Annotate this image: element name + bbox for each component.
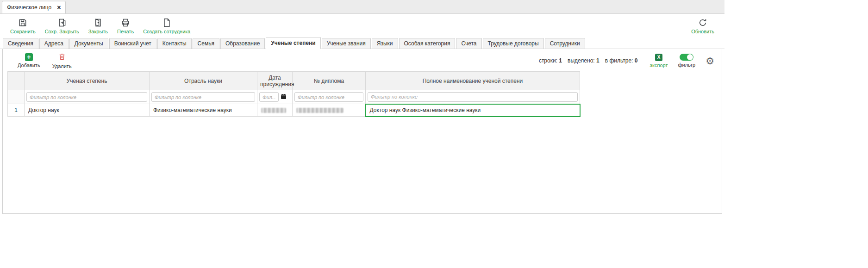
diploma-no-cell[interactable] — [293, 104, 366, 117]
column-header-full-name[interactable]: Полное наименование ученой степени — [366, 72, 580, 90]
selected-count: выделено: 1 — [568, 57, 599, 64]
close-button[interactable]: Закрыть — [88, 18, 108, 34]
filter-cell-diploma-no — [293, 90, 366, 104]
row-number-column-header — [8, 72, 25, 90]
filter-toggle-label: фильтр — [678, 62, 696, 68]
close-document-icon — [94, 18, 103, 28]
tab-voinskiy-uchet[interactable]: Воинский учет — [109, 38, 156, 49]
create-employee-button-label: Создать сотрудника — [143, 29, 190, 34]
filter-cell-degree — [25, 90, 150, 104]
filter-cell-science-field — [150, 90, 257, 104]
selected-count-value: 1 — [596, 57, 599, 64]
tab-trudovye-dogovory[interactable]: Трудовые договоры — [483, 38, 544, 49]
delete-row-button[interactable]: Удалить — [52, 53, 72, 69]
in-filter-count: в фильтре: 0 — [605, 57, 638, 64]
tab-scheta[interactable]: Счета — [456, 38, 481, 49]
add-row-button-label: Добавить — [18, 62, 40, 68]
trash-icon — [58, 53, 66, 62]
full-name-cell[interactable]: Доктор наук Физико-математические науки — [366, 104, 580, 117]
filter-cell-full-name — [366, 90, 580, 104]
save-button-label: Сохранить — [10, 29, 36, 34]
save-button[interactable]: Сохранить — [10, 18, 36, 34]
add-icon: + — [25, 53, 33, 61]
tab-sotrudniki[interactable]: Сотрудники — [545, 38, 585, 49]
save-close-button-label: Сохр. Закрыть — [45, 29, 79, 34]
award-date-cell[interactable] — [257, 104, 293, 117]
in-filter-count-label: в фильтре: — [605, 57, 633, 64]
tab-dokumenty[interactable]: Документы — [69, 38, 108, 49]
add-row-button[interactable]: + Добавить — [18, 53, 40, 68]
refresh-button-label: Обновить — [691, 29, 714, 34]
redacted-diploma-no — [296, 108, 343, 113]
column-header-award-date[interactable]: Дата присуждения — [257, 72, 293, 90]
rows-count: строки: 1 — [539, 57, 562, 64]
filter-cell-number — [8, 90, 25, 104]
close-button-label: Закрыть — [88, 29, 108, 34]
print-button[interactable]: Печать — [117, 18, 134, 34]
new-document-icon — [162, 18, 171, 28]
app-window: Физическое лицо × Сохранить Сохр. Закрыт… — [0, 0, 724, 268]
degrees-table: Ученая степень Отрасль науки Дата присуж… — [7, 71, 581, 117]
printer-icon — [121, 18, 130, 28]
redacted-award-date — [261, 108, 286, 113]
grid-stats: строки: 1 выделено: 1 в фильтре: 0 — [539, 57, 638, 64]
document-tabbar: Физическое лицо × — [0, 0, 724, 14]
filter-toggle-wrap: фильтр — [678, 54, 696, 68]
export-excel-button-label: экспорт — [649, 62, 668, 68]
table-row[interactable]: 1 Доктор наук Физико-математические наук… — [8, 104, 580, 117]
tab-obrazovanie[interactable]: Образование — [220, 38, 265, 49]
tab-uchenye-zvaniya[interactable]: Ученые звания — [322, 38, 371, 49]
diploma-no-filter-input[interactable] — [294, 92, 363, 102]
selected-count-label: выделено: — [568, 57, 595, 64]
degree-cell[interactable]: Доктор наук — [25, 104, 150, 117]
save-icon — [18, 18, 27, 28]
degree-filter-input[interactable] — [26, 92, 147, 102]
refresh-icon — [698, 18, 707, 28]
filter-toggle[interactable] — [680, 54, 693, 61]
tab-svedeniya[interactable]: Сведения — [3, 38, 38, 49]
science-field-cell[interactable]: Физико-математические науки — [150, 104, 257, 117]
rows-count-value: 1 — [559, 57, 562, 64]
award-date-filter-input[interactable] — [259, 92, 279, 102]
table-filter-row — [8, 90, 580, 104]
calendar-icon[interactable] — [281, 93, 287, 101]
main-toolbar: Сохранить Сохр. Закрыть Закрыть — [0, 14, 724, 37]
close-tab-icon[interactable]: × — [57, 4, 61, 11]
tab-osobaya-kategoriya[interactable]: Особая категория — [399, 38, 456, 49]
science-field-filter-input[interactable] — [151, 92, 255, 102]
tab-kontakty[interactable]: Контакты — [157, 38, 192, 49]
create-employee-button[interactable]: Создать сотрудника — [143, 18, 190, 34]
delete-row-button-label: Удалить — [52, 63, 72, 69]
tab-adresa[interactable]: Адреса — [39, 38, 69, 49]
excel-export-icon: X — [655, 54, 662, 61]
filter-toggle-knob — [687, 54, 693, 60]
export-excel-button[interactable]: X экспорт — [649, 54, 668, 68]
section-tabs: Сведения Адреса Документы Воинский учет … — [0, 37, 724, 49]
print-button-label: Печать — [117, 29, 134, 34]
document-tab-title: Физическое лицо — [7, 4, 51, 11]
tab-semya[interactable]: Семья — [193, 38, 219, 49]
grid-toolbar: + Добавить Удалить строки: 1 выделено — [6, 50, 718, 71]
table-header-row: Ученая степень Отрасль науки Дата присуж… — [8, 72, 580, 90]
gear-icon[interactable]: ⚙ — [706, 56, 714, 66]
filter-cell-award-date — [257, 90, 293, 104]
refresh-button[interactable]: Обновить — [691, 18, 714, 34]
column-header-diploma-no[interactable]: № диплома — [293, 72, 366, 90]
column-header-degree[interactable]: Ученая степень — [25, 72, 150, 90]
row-number-cell: 1 — [8, 104, 25, 117]
document-tab-fizicheskoe-lico[interactable]: Физическое лицо × — [2, 1, 66, 13]
in-filter-count-value: 0 — [635, 57, 638, 64]
tab-uchenye-stepeni[interactable]: Ученые степени — [266, 37, 320, 49]
rows-count-label: строки: — [539, 57, 557, 64]
tab-yazyki[interactable]: Языки — [372, 38, 398, 49]
content-panel: + Добавить Удалить строки: 1 выделено — [2, 49, 722, 214]
save-close-icon — [57, 18, 67, 28]
save-close-button[interactable]: Сохр. Закрыть — [45, 18, 79, 34]
full-name-filter-input[interactable] — [368, 92, 578, 102]
column-header-science-field[interactable]: Отрасль науки — [150, 72, 257, 90]
